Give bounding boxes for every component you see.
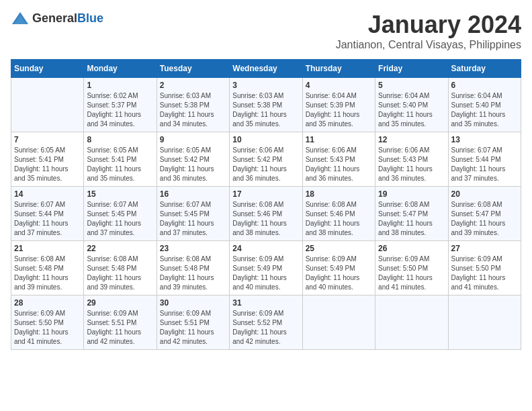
calendar-cell: 19Sunrise: 6:08 AM Sunset: 5:47 PM Dayli… — [375, 187, 448, 241]
day-number: 16 — [160, 189, 226, 199]
day-number: 25 — [306, 244, 372, 253]
calendar-week-row: 1Sunrise: 6:02 AM Sunset: 5:37 PM Daylig… — [11, 78, 521, 132]
day-number: 31 — [232, 298, 299, 308]
day-info: Sunrise: 6:05 AM Sunset: 5:42 PM Dayligh… — [160, 146, 226, 183]
day-number: 7 — [14, 135, 81, 144]
day-info: Sunrise: 6:09 AM Sunset: 5:51 PM Dayligh… — [160, 309, 226, 347]
day-number: 13 — [451, 135, 518, 144]
calendar-cell: 26Sunrise: 6:09 AM Sunset: 5:50 PM Dayli… — [375, 241, 448, 295]
calendar-cell — [448, 295, 521, 350]
day-info: Sunrise: 6:02 AM Sunset: 5:37 PM Dayligh… — [87, 91, 153, 129]
day-info: Sunrise: 6:07 AM Sunset: 5:44 PM Dayligh… — [451, 146, 518, 183]
generalblue-logo-icon — [11, 11, 30, 26]
day-info: Sunrise: 6:04 AM Sunset: 5:40 PM Dayligh… — [451, 91, 518, 129]
calendar-cell: 1Sunrise: 6:02 AM Sunset: 5:37 PM Daylig… — [84, 78, 157, 132]
day-info: Sunrise: 6:08 AM Sunset: 5:47 PM Dayligh… — [451, 200, 518, 238]
day-number: 23 — [160, 244, 226, 253]
day-number: 24 — [232, 244, 299, 253]
day-info: Sunrise: 6:08 AM Sunset: 5:48 PM Dayligh… — [160, 255, 226, 292]
day-number: 9 — [160, 135, 226, 144]
header-saturday: Saturday — [448, 60, 521, 78]
day-info: Sunrise: 6:06 AM Sunset: 5:43 PM Dayligh… — [378, 146, 445, 183]
day-number: 14 — [14, 189, 81, 199]
calendar-week-row: 7Sunrise: 6:05 AM Sunset: 5:41 PM Daylig… — [11, 132, 521, 187]
day-info: Sunrise: 6:08 AM Sunset: 5:47 PM Dayligh… — [378, 200, 445, 238]
calendar-cell: 2Sunrise: 6:03 AM Sunset: 5:38 PM Daylig… — [157, 78, 229, 132]
calendar-cell: 15Sunrise: 6:07 AM Sunset: 5:45 PM Dayli… — [84, 187, 157, 241]
day-number: 22 — [87, 244, 153, 253]
header-wednesday: Wednesday — [230, 60, 302, 78]
day-info: Sunrise: 6:09 AM Sunset: 5:49 PM Dayligh… — [232, 255, 299, 292]
calendar-cell: 8Sunrise: 6:05 AM Sunset: 5:41 PM Daylig… — [84, 132, 157, 187]
day-info: Sunrise: 6:09 AM Sunset: 5:50 PM Dayligh… — [451, 255, 518, 292]
calendar-cell: 27Sunrise: 6:09 AM Sunset: 5:50 PM Dayli… — [448, 241, 521, 295]
day-number: 15 — [87, 189, 153, 199]
day-info: Sunrise: 6:09 AM Sunset: 5:50 PM Dayligh… — [378, 255, 445, 292]
calendar-cell: 18Sunrise: 6:08 AM Sunset: 5:46 PM Dayli… — [302, 187, 375, 241]
day-number: 8 — [87, 135, 153, 144]
calendar-cell — [11, 78, 84, 132]
title-area: January 2024 Jantianon, Central Visayas,… — [336, 11, 521, 51]
day-info: Sunrise: 6:08 AM Sunset: 5:46 PM Dayligh… — [232, 200, 299, 238]
day-info: Sunrise: 6:03 AM Sunset: 5:38 PM Dayligh… — [160, 91, 226, 129]
header-monday: Monday — [84, 60, 157, 78]
day-number: 10 — [232, 135, 299, 144]
month-title: January 2024 — [336, 11, 521, 39]
calendar-cell: 14Sunrise: 6:07 AM Sunset: 5:44 PM Dayli… — [11, 187, 84, 241]
calendar-week-row: 28Sunrise: 6:09 AM Sunset: 5:50 PM Dayli… — [11, 295, 521, 350]
day-number: 2 — [160, 81, 226, 90]
header-friday: Friday — [375, 60, 448, 78]
day-info: Sunrise: 6:03 AM Sunset: 5:38 PM Dayligh… — [232, 91, 299, 129]
calendar-cell: 5Sunrise: 6:04 AM Sunset: 5:40 PM Daylig… — [375, 78, 448, 132]
day-number: 17 — [232, 189, 299, 199]
day-number: 12 — [378, 135, 445, 144]
logo-general-text: General — [32, 11, 77, 25]
day-info: Sunrise: 6:08 AM Sunset: 5:46 PM Dayligh… — [306, 200, 372, 238]
day-info: Sunrise: 6:09 AM Sunset: 5:49 PM Dayligh… — [306, 255, 372, 292]
day-info: Sunrise: 6:07 AM Sunset: 5:45 PM Dayligh… — [87, 200, 153, 238]
calendar-week-row: 14Sunrise: 6:07 AM Sunset: 5:44 PM Dayli… — [11, 187, 521, 241]
day-info: Sunrise: 6:09 AM Sunset: 5:50 PM Dayligh… — [14, 309, 81, 347]
calendar-cell: 3Sunrise: 6:03 AM Sunset: 5:38 PM Daylig… — [230, 78, 302, 132]
calendar-cell: 4Sunrise: 6:04 AM Sunset: 5:39 PM Daylig… — [302, 78, 375, 132]
calendar-cell: 29Sunrise: 6:09 AM Sunset: 5:51 PM Dayli… — [84, 295, 157, 350]
page-header: GeneralBlue January 2024 Jantianon, Cent… — [11, 11, 521, 51]
day-number: 20 — [451, 189, 518, 199]
calendar-cell: 31Sunrise: 6:09 AM Sunset: 5:52 PM Dayli… — [230, 295, 302, 350]
day-number: 29 — [87, 298, 153, 308]
calendar-cell: 28Sunrise: 6:09 AM Sunset: 5:50 PM Dayli… — [11, 295, 84, 350]
calendar-cell: 11Sunrise: 6:06 AM Sunset: 5:43 PM Dayli… — [302, 132, 375, 187]
day-info: Sunrise: 6:05 AM Sunset: 5:41 PM Dayligh… — [14, 146, 81, 183]
day-info: Sunrise: 6:08 AM Sunset: 5:48 PM Dayligh… — [14, 255, 81, 292]
logo-blue-text: Blue — [77, 11, 103, 25]
day-info: Sunrise: 6:09 AM Sunset: 5:51 PM Dayligh… — [87, 309, 153, 347]
calendar-cell: 25Sunrise: 6:09 AM Sunset: 5:49 PM Dayli… — [302, 241, 375, 295]
calendar-header-row: SundayMondayTuesdayWednesdayThursdayFrid… — [11, 60, 521, 78]
calendar-cell: 24Sunrise: 6:09 AM Sunset: 5:49 PM Dayli… — [230, 241, 302, 295]
calendar-cell: 6Sunrise: 6:04 AM Sunset: 5:40 PM Daylig… — [448, 78, 521, 132]
day-number: 26 — [378, 244, 445, 253]
calendar-cell: 9Sunrise: 6:05 AM Sunset: 5:42 PM Daylig… — [157, 132, 229, 187]
day-info: Sunrise: 6:07 AM Sunset: 5:44 PM Dayligh… — [14, 200, 81, 238]
day-info: Sunrise: 6:06 AM Sunset: 5:43 PM Dayligh… — [306, 146, 372, 183]
header-thursday: Thursday — [302, 60, 375, 78]
calendar-cell: 10Sunrise: 6:06 AM Sunset: 5:42 PM Dayli… — [230, 132, 302, 187]
calendar-cell — [375, 295, 448, 350]
calendar-cell: 21Sunrise: 6:08 AM Sunset: 5:48 PM Dayli… — [11, 241, 84, 295]
calendar-cell: 12Sunrise: 6:06 AM Sunset: 5:43 PM Dayli… — [375, 132, 448, 187]
day-info: Sunrise: 6:07 AM Sunset: 5:45 PM Dayligh… — [160, 200, 226, 238]
day-number: 11 — [306, 135, 372, 144]
calendar-table: SundayMondayTuesdayWednesdayThursdayFrid… — [11, 59, 521, 350]
day-number: 5 — [378, 81, 445, 90]
day-number: 18 — [306, 189, 372, 199]
day-info: Sunrise: 6:05 AM Sunset: 5:41 PM Dayligh… — [87, 146, 153, 183]
day-info: Sunrise: 6:04 AM Sunset: 5:39 PM Dayligh… — [306, 91, 372, 129]
calendar-cell: 23Sunrise: 6:08 AM Sunset: 5:48 PM Dayli… — [157, 241, 229, 295]
calendar-cell: 22Sunrise: 6:08 AM Sunset: 5:48 PM Dayli… — [84, 241, 157, 295]
calendar-cell: 13Sunrise: 6:07 AM Sunset: 5:44 PM Dayli… — [448, 132, 521, 187]
calendar-week-row: 21Sunrise: 6:08 AM Sunset: 5:48 PM Dayli… — [11, 241, 521, 295]
day-number: 19 — [378, 189, 445, 199]
calendar-cell — [302, 295, 375, 350]
day-info: Sunrise: 6:08 AM Sunset: 5:48 PM Dayligh… — [87, 255, 153, 292]
day-info: Sunrise: 6:09 AM Sunset: 5:52 PM Dayligh… — [232, 309, 299, 347]
